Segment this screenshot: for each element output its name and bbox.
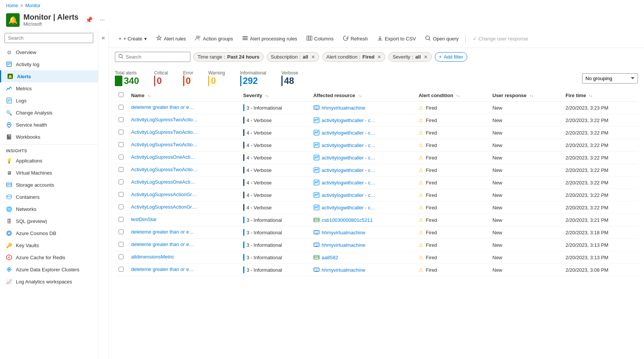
alert-name-link[interactable]: ActivityLogSupressTwoActio… [131,142,198,147]
fire-time-sort-icon[interactable]: ↑↓ [589,94,593,98]
alert-name-link[interactable]: deleteme greater than or e… [131,229,194,235]
name-column-header[interactable]: Name ↑↓ [127,89,239,102]
fire-time-column-header[interactable]: Fire time ↑↓ [562,89,638,102]
resource-name-link[interactable]: hhmyvirtualmachine [322,267,366,273]
resource-name-link[interactable]: activitylogwithcaller - c… [322,155,375,161]
sidebar-item-data-explorer[interactable]: Azure Data Explorer Clusters [0,263,98,275]
resource-name-link[interactable]: aa8582 [322,255,338,260]
row-checkbox-cell[interactable] [115,264,127,276]
sidebar-item-alerts[interactable]: 🔔 Alerts [0,70,98,82]
sidebar-item-cosmos-db[interactable]: Azure Cosmos DB [0,227,98,239]
resource-sort-icon[interactable]: ↑↓ [358,94,362,98]
filter-search-input[interactable] [126,54,187,60]
resource-name-link[interactable]: activitylogwithcaller - c… [322,167,375,173]
alert-name-link[interactable]: ActivityLogSupressOneActi… [131,154,195,160]
resource-name-link[interactable]: activitylogwithcaller - c… [322,205,375,210]
row-checkbox-12[interactable] [119,254,124,259]
alert-name-link[interactable]: ActivityLogSupressOneActi… [131,179,195,185]
subscription-filter[interactable]: Subscription : all ✕ [267,52,319,62]
name-sort-icon[interactable]: ↑↓ [147,94,151,98]
alert-name-link[interactable]: ActivityLogSupressTwoActio… [131,117,198,122]
row-checkbox-cell[interactable] [115,189,127,201]
row-checkbox-6[interactable] [119,180,124,184]
row-checkbox-11[interactable] [119,242,124,247]
resource-name-link[interactable]: hhmyvirtualmachine [322,242,366,248]
row-checkbox-3[interactable] [119,142,124,147]
alert-name-link[interactable]: ActivityLogSupressTwoActio… [131,129,198,135]
row-checkbox-cell[interactable] [115,176,127,189]
resource-name-link[interactable]: csb10030000801c5211 [322,217,373,223]
sidebar-item-storage-accounts[interactable]: Storage accounts [0,179,98,191]
sidebar-item-sql[interactable]: 🗄 SQL (preview) [0,215,98,227]
action-groups-button[interactable]: Action groups [191,33,237,45]
sidebar-search-input[interactable] [5,33,93,43]
alert-processing-rules-button[interactable]: Alert processing rules [238,33,301,45]
breadcrumb-monitor[interactable]: Monitor [25,3,40,8]
row-checkbox-9[interactable] [119,217,124,222]
export-csv-button[interactable]: Export to CSV [373,33,420,45]
resource-name-link[interactable]: hhmyvirtualmachine [322,230,366,235]
sidebar-item-change-analysis[interactable]: 🔍 Change Analysis [0,107,98,119]
condition-sort-icon[interactable]: ↑↓ [456,94,460,98]
alert-name-link[interactable]: deleteme greater than or e… [131,266,194,272]
pin-icon[interactable]: 📌 [85,16,93,23]
row-checkbox-cell[interactable] [115,239,127,251]
severity-column-header[interactable]: Severity ↑↓ [239,89,310,102]
row-checkbox-5[interactable] [119,167,124,172]
row-checkbox-cell[interactable] [115,139,127,152]
sidebar-item-workbooks[interactable]: 📓 Workbooks [0,131,98,143]
sidebar-item-logs[interactable]: Logs [0,94,98,107]
change-user-response-button[interactable]: ✓ Change user response [469,34,532,44]
row-checkbox-cell[interactable] [115,226,127,239]
sidebar-item-virtual-machines[interactable]: 🖥 Virtual Machines [0,167,98,179]
resource-name-link[interactable]: activitylogwithcaller - c… [322,180,375,186]
severity-sort-icon[interactable]: ↑↓ [265,94,269,98]
sidebar-item-overview[interactable]: ⊙ Overview [0,46,98,58]
row-checkbox-cell[interactable] [115,164,127,176]
breadcrumb-home[interactable]: Home [6,3,18,8]
alert-name-link[interactable]: ActivityLogSupressActionGr… [131,192,197,197]
collapse-sidebar-button[interactable]: « [100,33,107,43]
row-checkbox-cell[interactable] [115,152,127,164]
alert-name-link[interactable]: alldimensionsMetric [131,254,174,260]
refresh-button[interactable]: Refresh [339,33,372,45]
sidebar-item-metrics[interactable]: Metrics [0,82,98,94]
add-filter-button[interactable]: + Add filter [435,52,467,62]
user-response-column-header[interactable]: User response ↑↓ [489,89,562,102]
sidebar-item-activity-log[interactable]: Activity log [0,58,98,70]
grouping-select[interactable]: No groupingGroup by resourceGroup by con… [582,73,638,84]
subscription-filter-close[interactable]: ✕ [311,54,315,60]
sidebar-item-networks[interactable]: 🌐 Networks [0,203,98,215]
row-checkbox-cell[interactable] [115,114,127,127]
select-all-checkbox[interactable] [119,92,124,97]
more-options-icon[interactable]: ··· [100,17,105,23]
time-range-filter[interactable]: Time range : Past 24 hours [193,52,264,62]
row-checkbox-13[interactable] [119,267,124,272]
alert-condition-column-header[interactable]: Alert condition ↑↓ [415,89,489,102]
resource-name-link[interactable]: activitylogwithcaller - c… [322,192,375,198]
sidebar-item-redis[interactable]: R Azure Cache for Redis [0,251,98,263]
alert-name-link[interactable]: deleteme greater than or e… [131,241,194,247]
row-checkbox-cell[interactable] [115,214,127,226]
sidebar-item-applications[interactable]: 💡 Applications [0,155,98,167]
filter-search-box[interactable] [115,52,190,62]
row-checkbox-4[interactable] [119,155,124,159]
select-all-header[interactable] [115,89,127,102]
resource-name-link[interactable]: activitylogwithcaller - c… [322,142,375,148]
open-query-button[interactable]: Open query [421,33,462,45]
row-checkbox-cell[interactable] [115,201,127,214]
alert-rules-button[interactable]: Alert rules [152,33,190,45]
row-checkbox-0[interactable] [119,105,124,110]
severity-filter-close[interactable]: ✕ [424,54,428,60]
row-checkbox-cell[interactable] [115,251,127,264]
sidebar-item-log-analytics[interactable]: 📈 Log Analytics workspaces [0,275,98,288]
create-button[interactable]: + + Create ▾ [115,34,151,44]
row-checkbox-2[interactable] [119,130,124,135]
affected-resource-column-header[interactable]: Affected resource ↑↓ [310,89,415,102]
row-checkbox-8[interactable] [119,204,124,209]
row-checkbox-cell[interactable] [115,127,127,139]
sidebar-item-containers[interactable]: Containers [0,191,98,203]
sidebar-item-key-vaults[interactable]: 🔑 Key Vaults [0,239,98,251]
row-checkbox-1[interactable] [119,117,124,122]
resource-name-link[interactable]: hhmyvirtualmachine [322,105,366,111]
